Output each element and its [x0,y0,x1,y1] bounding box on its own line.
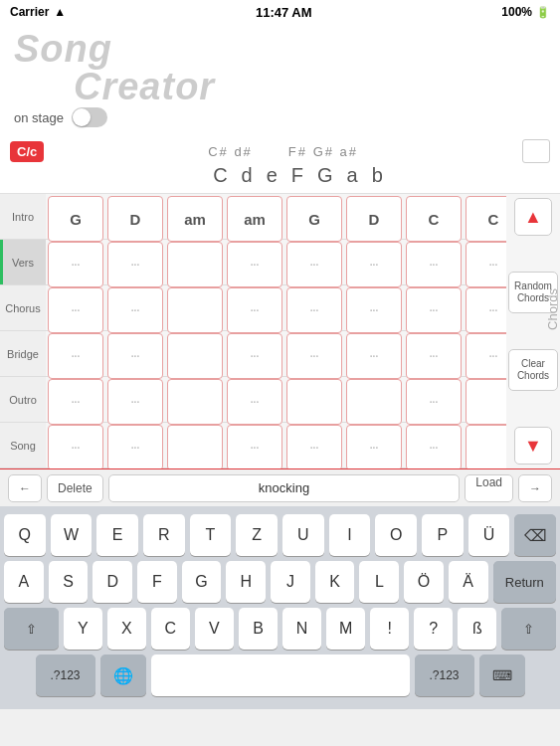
chord-5-1[interactable]: ··· [107,425,163,468]
key-badge[interactable]: C/c [10,141,44,162]
chord-4-2[interactable] [167,379,223,425]
chord-5-5[interactable]: ··· [346,425,402,468]
forward-button[interactable]: → [518,474,552,502]
section-chorus[interactable]: Chorus [0,285,46,331]
key-question[interactable]: ? [414,608,453,650]
section-intro[interactable]: Intro [0,194,46,240]
chord-2-1[interactable]: ··· [107,287,163,333]
key-T[interactable]: T [190,514,232,556]
empty-key-box[interactable] [522,139,550,163]
key-R[interactable]: R [143,514,185,556]
key-J[interactable]: J [271,561,310,603]
keyboard-key[interactable]: ⌨ [479,654,525,696]
key-H[interactable]: H [226,561,266,603]
key-L[interactable]: L [359,561,399,603]
key-b[interactable]: b [372,164,397,187]
chord-4-0[interactable]: ··· [48,379,103,425]
shift-left-key[interactable]: ⇧ [4,608,59,650]
chord-2-7[interactable]: ··· [466,287,506,333]
chord-3-7[interactable]: ··· [466,333,506,379]
chord-1-4[interactable]: ··· [286,242,342,287]
key-Q[interactable]: Q [4,514,46,556]
key-I[interactable]: I [329,514,371,556]
key-A[interactable]: A [4,561,44,603]
scroll-down-button[interactable]: ▼ [514,427,552,465]
chord-1-6[interactable]: ··· [406,242,462,287]
song-name-input[interactable] [108,474,461,502]
chord-4-6[interactable]: ··· [406,379,462,425]
section-song[interactable]: Song [0,423,46,468]
chord-5-0[interactable]: ··· [48,425,103,468]
chord-0-6[interactable]: C [406,196,462,242]
chord-3-6[interactable]: ··· [406,333,462,379]
chord-1-7[interactable]: ··· [466,242,506,287]
chord-0-2[interactable]: am [167,196,223,242]
chord-0-7[interactable]: C [466,196,506,242]
key-eszett[interactable]: ß [458,608,496,650]
key-E[interactable]: E [96,514,138,556]
delete-key[interactable]: ⌫ [514,514,556,556]
key-Ä[interactable]: Ä [449,561,488,603]
key-F[interactable]: F [291,164,317,187]
section-outro[interactable]: Outro [0,377,46,423]
globe-key[interactable]: 🌐 [100,654,146,696]
key-G[interactable]: G [317,164,347,187]
chord-4-5[interactable] [346,379,402,425]
delete-button[interactable]: Delete [47,474,103,502]
chord-5-3[interactable]: ··· [227,425,282,468]
key-C[interactable]: C [151,608,190,650]
key-X[interactable]: X [107,608,146,650]
chord-1-2[interactable] [167,242,223,287]
shift-right-key[interactable]: ⇧ [501,608,556,650]
key-e[interactable]: e [267,164,291,187]
section-vers[interactable]: Vers [0,240,46,285]
chord-2-4[interactable]: ··· [286,287,342,333]
back-button[interactable]: ← [8,474,42,502]
on-stage-toggle[interactable] [72,107,107,127]
chord-3-0[interactable]: ··· [48,333,103,379]
key-Y[interactable]: Y [64,608,102,650]
key-N[interactable]: N [282,608,321,650]
key-d[interactable]: d [242,164,267,187]
chord-4-7[interactable] [466,379,506,425]
chord-1-3[interactable]: ··· [227,242,282,287]
key-Ö[interactable]: Ö [404,561,444,603]
numbers-right-key[interactable]: .?123 [415,654,474,696]
key-C[interactable]: C [213,164,241,187]
sharp-c[interactable]: C# d# [200,144,261,159]
chord-3-4[interactable]: ··· [286,333,342,379]
key-exclamation[interactable]: ! [370,608,409,650]
key-D[interactable]: D [93,561,132,603]
chord-1-0[interactable]: ··· [48,242,103,287]
numbers-left-key[interactable]: .?123 [36,654,95,696]
chord-3-3[interactable]: ··· [227,333,282,379]
key-K[interactable]: K [315,561,355,603]
chord-4-3[interactable]: ··· [227,379,282,425]
chord-4-1[interactable]: ··· [107,379,163,425]
key-F[interactable]: F [137,561,177,603]
chord-0-0[interactable]: G [48,196,103,242]
chord-5-2[interactable] [167,425,223,468]
key-a[interactable]: a [347,164,372,187]
key-W[interactable]: W [51,514,93,556]
chord-2-2[interactable] [167,287,223,333]
key-U[interactable]: U [282,514,324,556]
clear-chords-button[interactable]: ClearChords [508,349,558,391]
key-P[interactable]: P [422,514,464,556]
section-bridge[interactable]: Bridge [0,331,46,377]
key-M[interactable]: M [326,608,365,650]
load-button[interactable]: Load [465,474,513,502]
key-B[interactable]: B [239,608,278,650]
key-S[interactable]: S [49,561,89,603]
return-key[interactable]: Return [493,561,556,603]
chord-2-5[interactable]: ··· [346,287,402,333]
key-O[interactable]: O [375,514,417,556]
key-V[interactable]: V [195,608,234,650]
key-G[interactable]: G [182,561,222,603]
chord-2-3[interactable]: ··· [227,287,282,333]
chord-4-4[interactable] [286,379,342,425]
chord-0-3[interactable]: am [227,196,282,242]
chord-0-4[interactable]: G [286,196,342,242]
chord-2-6[interactable]: ··· [406,287,462,333]
chord-2-0[interactable]: ··· [48,287,103,333]
